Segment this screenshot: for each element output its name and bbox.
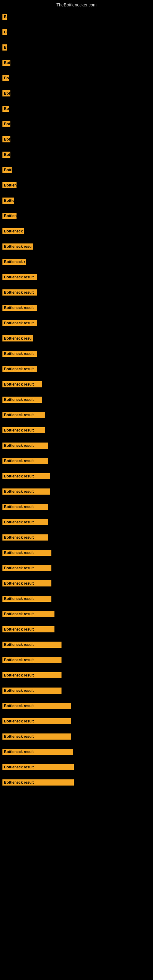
bottleneck-label: Bot	[2, 75, 9, 81]
list-item: Bottleneck result	[0, 499, 153, 514]
bottleneck-label: Bottleneck result	[2, 458, 48, 464]
list-item: Bottleneck result	[0, 591, 153, 606]
bottleneck-label: Bo	[2, 45, 7, 51]
bottleneck-label: Bottleneck result	[2, 733, 71, 740]
list-item: Bottleneck result	[0, 346, 153, 361]
list-item: Bottleneck result	[0, 300, 153, 315]
bottleneck-label: Bottleneck result	[2, 396, 42, 403]
bottleneck-label: Bottleneck result	[2, 780, 74, 786]
list-item: Bottleneck result	[0, 361, 153, 377]
list-item: Bottleneck result	[0, 714, 153, 729]
list-item: Bottle	[0, 193, 153, 208]
bottleneck-label: Bottleneck result	[2, 504, 48, 510]
bottleneck-label: Bottleneck result	[2, 657, 62, 663]
list-item: Bottleneck result	[0, 269, 153, 285]
list-item: B	[0, 9, 153, 24]
list-item: Bott	[0, 116, 153, 132]
bottleneck-label: Bottleneck result	[2, 351, 37, 357]
site-title: TheBottlenecker.com	[0, 0, 153, 9]
list-item: Bottleneck result	[0, 438, 153, 453]
bottleneck-label: Bottleneck resu	[2, 243, 33, 250]
bottleneck-label: Bottleneck result	[2, 535, 48, 541]
list-item: Bottleneck result	[0, 514, 153, 530]
bottleneck-label: Bottleneck result	[2, 381, 42, 387]
list-item: Bottleneck result	[0, 560, 153, 576]
list-item: Bottleneck result	[0, 423, 153, 438]
list-item: Bottleneck	[0, 224, 153, 239]
list-item: Bottleneck result	[0, 530, 153, 545]
list-item: Bottleneck result	[0, 698, 153, 714]
bottleneck-label: Bottleneck result	[2, 749, 73, 755]
list-item: Bottleneck result	[0, 759, 153, 775]
bottleneck-label: B	[2, 14, 7, 20]
list-item: Bottleneck result	[0, 606, 153, 622]
bottleneck-label: Bottleneck result	[2, 626, 54, 632]
list-item: Bottleneck result	[0, 484, 153, 499]
list-item: Bottleneck resu	[0, 331, 153, 346]
list-item: Bottleneck result	[0, 668, 153, 683]
list-item: Bott	[0, 55, 153, 70]
list-item: Bottleneck result	[0, 285, 153, 300]
bottleneck-label: Bottleneck result	[2, 427, 45, 433]
bottleneck-label: Bott	[2, 60, 10, 66]
bottleneck-label: Bottleneck result	[2, 672, 62, 678]
bottleneck-label: Bottl	[2, 167, 12, 173]
bottleneck-label: Bottleneck result	[2, 442, 48, 449]
bottleneck-label: Bottleneck result	[2, 641, 62, 648]
bottleneck-label: Bott	[2, 136, 10, 142]
bottleneck-label: Bottleneck result	[2, 488, 50, 495]
bottleneck-label: Bottleneck result	[2, 290, 37, 296]
bottleneck-label: Bottleneck result	[2, 718, 71, 724]
list-item: Bottleneck result	[0, 652, 153, 668]
bottleneck-label: Bottleneck result	[2, 519, 48, 525]
list-item: Bot	[0, 70, 153, 86]
bottleneck-label: Bottleneck result	[2, 274, 37, 280]
bottleneck-label: Bottleneck result	[2, 366, 37, 372]
bottleneck-label: Bottlen	[2, 182, 16, 188]
bottleneck-label: Bottleneck result	[2, 412, 45, 418]
list-item: Bottl	[0, 162, 153, 178]
bottleneck-label: Bottleneck result	[2, 703, 71, 709]
bottleneck-label: Bottleneck resu	[2, 335, 33, 342]
bottleneck-label: Bottleneck result	[2, 596, 51, 602]
list-item: Bottleneck result	[0, 683, 153, 698]
list-item: Bottleneck result	[0, 576, 153, 591]
list-item: Bot	[0, 101, 153, 116]
list-item: Bottleneck result	[0, 775, 153, 790]
list-item: Bott	[0, 86, 153, 101]
list-item: Bo	[0, 24, 153, 40]
list-item: Bottleneck result	[0, 315, 153, 331]
list-item: Bottleneck result	[0, 469, 153, 484]
list-item: Bott	[0, 147, 153, 162]
bottleneck-label: Bott	[2, 90, 10, 97]
bottleneck-label: Bott	[2, 121, 10, 127]
list-item: Bottleneck result	[0, 622, 153, 637]
list-item: Bottleneck result	[0, 392, 153, 407]
bottleneck-label: Bot	[2, 106, 9, 112]
bottleneck-label: Bottleneck result	[2, 305, 37, 311]
bottleneck-label: Bott	[2, 151, 10, 158]
bottleneck-label: Bottleneck result	[2, 611, 54, 617]
bottleneck-label: Bottle	[2, 197, 14, 204]
list-item: Bo	[0, 40, 153, 55]
list-item: Bottleneck result	[0, 377, 153, 392]
bottleneck-label: Bottleneck result	[2, 473, 50, 479]
list-item: Bottleneck result	[0, 637, 153, 652]
list-item: Bottlen	[0, 208, 153, 224]
bottleneck-label: Bo	[2, 29, 7, 35]
bottleneck-label: Bottleneck result	[2, 687, 62, 694]
items-container: BBoBoBottBotBottBotBottBottBottBottlBott…	[0, 9, 153, 790]
bottleneck-label: Bottlen	[2, 213, 16, 219]
bottleneck-label: Bottleneck r	[2, 259, 26, 265]
bottleneck-label: Bottleneck result	[2, 764, 74, 770]
bottleneck-label: Bottleneck result	[2, 550, 51, 556]
list-item: Bottlen	[0, 178, 153, 193]
list-item: Bottleneck result	[0, 545, 153, 560]
list-item: Bottleneck result	[0, 407, 153, 423]
list-item: Bottleneck r	[0, 254, 153, 269]
list-item: Bottleneck resu	[0, 239, 153, 254]
list-item: Bottleneck result	[0, 729, 153, 744]
bottleneck-label: Bottleneck result	[2, 565, 51, 571]
bottleneck-label: Bottleneck result	[2, 320, 37, 326]
bottleneck-label: Bottleneck	[2, 228, 24, 234]
